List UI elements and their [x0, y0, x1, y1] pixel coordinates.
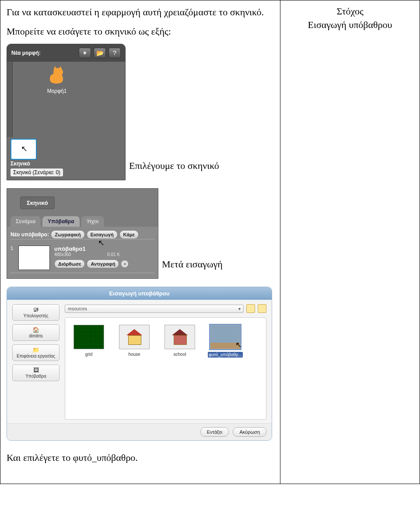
tab-sounds[interactable]: Ήχοι: [81, 216, 104, 227]
outro-text: Και επιλέγετε το φυτό_υπόβαθρο.: [7, 451, 274, 464]
dialog-sidebar: 🖳 Υπολογιστής 🏠 dimitris 📁 Επιφάνεια εργ…: [12, 304, 60, 420]
file-grid-item[interactable]: grid: [71, 325, 106, 357]
cursor-icon: ↖: [235, 340, 242, 350]
tab-backgrounds[interactable]: Υπόβαθρα: [42, 216, 80, 227]
new-sprite-bar: Νέα μορφή: ✶ 📂 ?: [7, 44, 125, 62]
sidebar-user[interactable]: 🏠 dimitris: [12, 324, 60, 341]
panel-rail: [7, 62, 13, 137]
folder-icon: 📁: [14, 347, 57, 353]
home-icon: 🏠: [14, 326, 57, 333]
sidebar-desktop-label: Επιφάνεια εργασίας: [17, 354, 55, 358]
intro-text-1: Για να κατασκευαστεί η εφαρμογή αυτή χρε…: [7, 6, 274, 19]
sprite-name: Μορφή1: [39, 88, 74, 94]
stage-label: Σκηνικό: [10, 161, 125, 167]
sidebar-backgrounds[interactable]: 🖼 Υπόβαθρα: [12, 365, 60, 381]
up-folder-button[interactable]: [246, 304, 255, 313]
path-dropdown[interactable]: resources ▾: [65, 305, 244, 313]
paint-button[interactable]: Ζωγραφική: [51, 230, 84, 239]
ok-button[interactable]: Εντάξει: [200, 427, 229, 437]
goal-text: Εισαγωγή υπόβαθρου: [287, 18, 413, 32]
new-folder-button[interactable]: [258, 304, 266, 313]
choose-sprite-button[interactable]: 📂: [94, 48, 106, 58]
house-icon: [126, 329, 142, 345]
sidebar-user-label: dimitris: [29, 333, 43, 338]
caption-after-import: Μετά εισαγωγή: [162, 259, 223, 270]
background-filesize: 0.01 K: [107, 252, 120, 257]
file-house-item[interactable]: house: [117, 325, 152, 357]
dialog-title: Εισαγωγή υποβάθρου: [7, 287, 272, 300]
intro-text-2: Μπορείτε να εισάγετε το σκηνικό ως εξής:: [7, 25, 274, 38]
file-plant-background-item[interactable]: ↖ φυτό_υπόβαθρ...: [208, 325, 243, 358]
sidebar-desktop[interactable]: 📁 Επιφάνεια εργασίας: [12, 344, 60, 361]
school-icon: [172, 329, 188, 345]
cat-icon: [47, 67, 66, 86]
file-school-item[interactable]: school: [162, 325, 197, 357]
file-name: school: [162, 352, 197, 357]
sidebar-computer-label: Υπολογιστής: [24, 313, 49, 318]
import-button[interactable]: Εισαγωγή: [87, 230, 118, 239]
goal-label: Στόχος: [287, 5, 413, 18]
scratch-backgrounds-panel: Σκηνικό Σενάρια Υπόβαθρα Ήχοι Νέο υπόβαθ…: [7, 188, 158, 279]
grid-icon: [74, 325, 104, 349]
cursor-icon: ↖: [21, 144, 28, 154]
sidebar-computer[interactable]: 🖳 Υπολογιστής: [12, 304, 60, 321]
sprite-thumbnail[interactable]: Μορφή1: [39, 67, 74, 94]
computer-icon: 🖳: [14, 306, 57, 313]
new-sprite-label: Νέα μορφή:: [11, 50, 76, 56]
scratch-sprite-panel: Νέα μορφή: ✶ 📂 ? Μορφή1: [7, 44, 126, 180]
paint-new-sprite-button[interactable]: ✶: [79, 48, 91, 58]
delete-button[interactable]: ×: [121, 260, 129, 268]
camera-button[interactable]: Κάμε: [119, 230, 139, 239]
file-name: grid: [71, 352, 106, 357]
cancel-button[interactable]: Ακύρωση: [233, 427, 266, 437]
background-number: 1: [10, 246, 14, 251]
caption-select-stage: Επιλέγουμε το σκηνικό: [129, 160, 219, 172]
background-thumbnail[interactable]: [18, 246, 50, 270]
path-value: resources: [68, 306, 87, 311]
import-background-dialog: Εισαγωγή υποβάθρου 🖳 Υπολογιστής 🏠 dimit…: [7, 287, 272, 441]
file-grid: grid house school: [65, 317, 266, 420]
cursor-icon: ↖: [98, 238, 105, 248]
new-background-row: Νέο υπόβαθρο: Ζωγραφική Εισαγωγή Κάμε: [10, 230, 154, 239]
stage-title-box: Σκηνικό: [20, 197, 55, 209]
tabs-row: Σενάρια Υπόβαθρα Ήχοι: [7, 214, 158, 227]
file-name: house: [117, 352, 152, 357]
sidebar-backgrounds-label: Υπόβαθρα: [25, 374, 46, 379]
copy-button[interactable]: Αντιγραφή: [87, 260, 119, 268]
background-dimensions: 480x360: [54, 252, 71, 257]
new-background-label: Νέο υπόβαθρο:: [10, 232, 49, 238]
stage-thumbnail[interactable]: ↖: [10, 139, 37, 160]
chevron-down-icon: ▾: [238, 306, 241, 311]
stage-info: Σκηνικό (Σενάρια: 0): [10, 168, 63, 176]
file-name: φυτό_υπόβαθρ...: [208, 352, 243, 358]
surprise-sprite-button[interactable]: ?: [108, 48, 121, 58]
picture-icon: 🖼: [14, 367, 57, 373]
edit-button[interactable]: Διόρθωσε: [54, 260, 85, 268]
tab-scripts[interactable]: Σενάρια: [10, 216, 41, 227]
